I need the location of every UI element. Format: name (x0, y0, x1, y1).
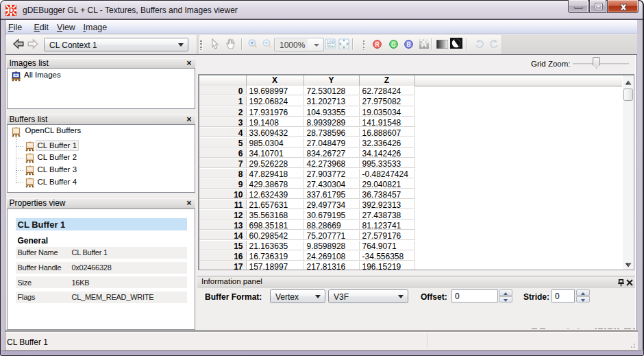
svg-text:D: D (9, 6, 14, 14)
svg-text:G: G (391, 41, 396, 48)
svg-text:%: % (327, 43, 332, 49)
svg-text:B: B (406, 41, 410, 48)
svg-text:A: A (421, 40, 427, 49)
svg-text:R: R (375, 41, 379, 48)
